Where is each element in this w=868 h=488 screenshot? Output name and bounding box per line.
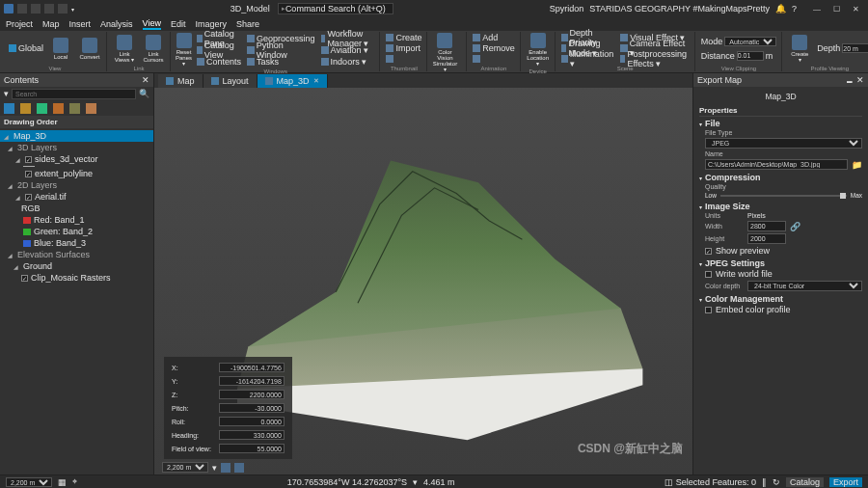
rbn-Catalog-View[interactable]: Catalog View: [195, 44, 243, 55]
list-by-source-icon[interactable]: [20, 103, 31, 114]
rbn-Local[interactable]: Local: [47, 32, 74, 65]
export-size-section[interactable]: ▾Image Size: [699, 200, 862, 211]
tree-aerial[interactable]: ◢Aerial.tif: [0, 191, 153, 203]
rbn-Enable[interactable]: EnableLocation ▾: [525, 32, 552, 68]
rbn-Create[interactable]: Create: [384, 32, 423, 42]
tree-band[interactable]: Red: Band_1: [0, 214, 153, 226]
rbn-Remove[interactable]: Remove: [471, 43, 517, 54]
scale-dropdown-icon[interactable]: ▾: [212, 463, 217, 473]
rbn-x[interactable]: [384, 54, 423, 65]
status-pause-icon[interactable]: ‖: [762, 477, 767, 487]
tree-elev[interactable]: ◢Elevation Surfaces: [0, 249, 153, 260]
tree-map[interactable]: ◢Map_3D: [0, 130, 153, 142]
contents-close-icon[interactable]: ✕: [142, 75, 149, 85]
rbn-Color-Vision[interactable]: Color VisionSimulator ▾: [431, 32, 458, 73]
command-search-input[interactable]: ▸ Command Search (Alt+Q): [278, 3, 393, 14]
close-button[interactable]: ✕: [847, 3, 864, 14]
rbn-Link[interactable]: LinkViews ▾: [111, 32, 138, 65]
minimize-button[interactable]: —: [808, 3, 826, 14]
export-file-section[interactable]: ▾File: [699, 117, 862, 128]
rbn-Add[interactable]: Add: [471, 32, 517, 42]
export-close-icon[interactable]: ✕: [856, 75, 864, 85]
menu-edit[interactable]: Edit: [171, 19, 186, 29]
tree-ground[interactable]: ◢Ground: [0, 260, 153, 272]
tab-map_3d[interactable]: Map_3D✕: [258, 74, 328, 88]
qat-undo-icon[interactable]: [44, 4, 54, 14]
rbn-Global[interactable]: Global: [7, 43, 45, 54]
contents-search-input[interactable]: [12, 89, 136, 99]
status-snap-icon[interactable]: ⌖: [72, 476, 77, 487]
embed-profile-checkbox[interactable]: [705, 307, 712, 313]
rbn-Reset[interactable]: ResetPanes ▾: [175, 32, 193, 68]
world-file-checkbox[interactable]: [705, 271, 712, 278]
camera-Pitch-input[interactable]: [219, 403, 285, 413]
menu-view[interactable]: View: [143, 18, 161, 30]
camera-Y-input[interactable]: [219, 376, 285, 386]
depth-input[interactable]: [842, 43, 868, 53]
qat-open-icon[interactable]: [17, 4, 27, 14]
quality-slider[interactable]: [720, 195, 847, 197]
list-by-editing-icon[interactable]: [53, 103, 64, 114]
tree-2d-layers[interactable]: ◢2D Layers: [0, 179, 153, 191]
export-tab[interactable]: Export: [829, 477, 862, 487]
tab-close-icon[interactable]: ✕: [313, 77, 319, 85]
export-pin-icon[interactable]: 🗕: [845, 75, 854, 85]
status-scale-select[interactable]: 2,200 m: [6, 477, 52, 487]
link-dims-icon[interactable]: 🔗: [790, 222, 800, 231]
rbn-x[interactable]: [471, 54, 517, 65]
browse-icon[interactable]: 📁: [852, 160, 862, 170]
camera-Fieldofview-input[interactable]: [219, 444, 285, 453]
qat-redo-icon[interactable]: [58, 4, 68, 14]
maximize-button[interactable]: ☐: [827, 3, 845, 14]
rbn-Postprocessing-Effects-[interactable]: Postprocessing Effects ▾: [618, 54, 692, 65]
nav-refresh-icon[interactable]: [234, 463, 244, 473]
camera-Heading-input[interactable]: [219, 430, 285, 440]
scale-selector[interactable]: 2,200 m: [162, 462, 208, 473]
tree-extent[interactable]: extent_polyline: [0, 168, 153, 179]
search-filter-icon[interactable]: ▾: [4, 89, 9, 98]
rbn-Aviation-[interactable]: Aviation ▾: [319, 44, 377, 55]
rbn-Create[interactable]: Create▾: [786, 32, 813, 65]
tree-3d-layers[interactable]: ◢3D Layers: [0, 142, 153, 153]
camera-Z-input[interactable]: [219, 390, 285, 399]
tree-clip[interactable]: Clip_Mosaic Rasters: [0, 272, 153, 284]
tree-band[interactable]: Green: Band_2: [0, 226, 153, 237]
file-type-select[interactable]: JPEG: [705, 138, 862, 149]
rbn-Contents[interactable]: Contents: [195, 56, 243, 67]
search-icon[interactable]: 🔍: [139, 89, 149, 98]
rbn-Python-Window[interactable]: Python Window: [245, 44, 317, 55]
map-3d-view[interactable]: X:Y:Z:Pitch:Roll:Heading:Field of view: …: [154, 88, 692, 474]
camera-Roll-input[interactable]: [219, 417, 285, 426]
rbn-Illumination-[interactable]: Illumination ▾: [559, 54, 617, 65]
tree-band[interactable]: Blue: Band_3: [0, 237, 153, 249]
height-input[interactable]: [747, 233, 786, 244]
tab-layout[interactable]: Layout: [203, 74, 258, 88]
list-by-selection-icon[interactable]: [37, 103, 47, 114]
rbn-Import[interactable]: Import: [384, 43, 423, 54]
menu-insert[interactable]: Insert: [69, 19, 92, 29]
tree-rgb[interactable]: RGB: [0, 203, 153, 214]
distance-input[interactable]: [737, 51, 764, 61]
notification-icon[interactable]: 🔔: [775, 4, 786, 14]
list-by-drawing-icon[interactable]: [4, 103, 14, 114]
menu-share[interactable]: Share: [236, 19, 259, 29]
mode-select[interactable]: Automatic: [724, 37, 776, 46]
status-grid-icon[interactable]: ▦: [58, 477, 67, 487]
qat-save-icon[interactable]: [31, 4, 41, 14]
export-jpeg-section[interactable]: ▾JPEG Settings: [699, 257, 862, 268]
camera-X-input[interactable]: [219, 363, 285, 372]
menu-project[interactable]: Project: [6, 19, 33, 29]
status-refresh-icon[interactable]: ↻: [773, 477, 780, 487]
nav-pause-icon[interactable]: [221, 463, 231, 473]
rbn-Convert[interactable]: Convert: [76, 32, 103, 65]
tree-sides-3d[interactable]: ◢sides_3d_vector: [0, 153, 153, 165]
width-input[interactable]: [747, 221, 786, 231]
menu-map[interactable]: Map: [42, 19, 60, 29]
menu-analysis[interactable]: Analysis: [100, 19, 133, 29]
help-icon[interactable]: ?: [792, 4, 797, 14]
color-depth-select[interactable]: 24-bit True Color: [747, 281, 862, 291]
tab-map[interactable]: Map: [158, 74, 203, 88]
rbn-Link[interactable]: LinkCursors: [140, 32, 167, 65]
rbn-Tasks[interactable]: Tasks: [245, 56, 317, 67]
signin-user[interactable]: Spyridon: [550, 4, 584, 14]
